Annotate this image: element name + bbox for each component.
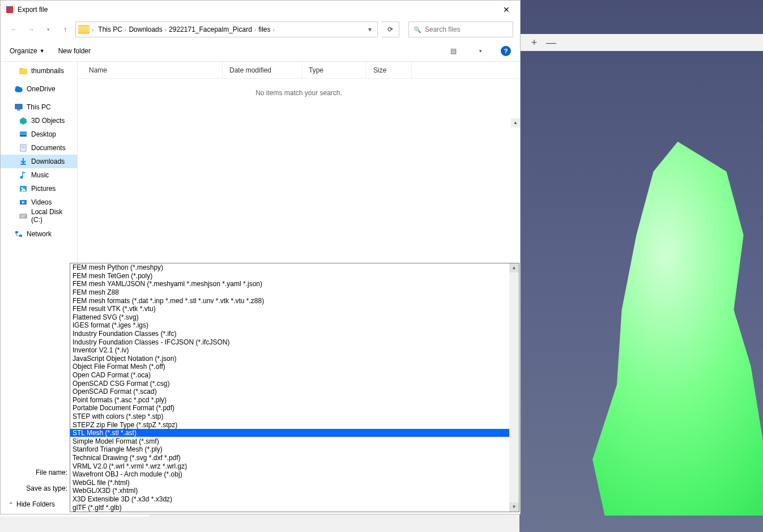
search-placeholder: Search files [425, 25, 461, 33]
refresh-button[interactable]: ⟳ [381, 22, 399, 37]
breadcrumb-2922171-facepalm-picard[interactable]: 2922171_Facepalm_Picard [167, 24, 254, 35]
tree-item-label: 3D Objects [31, 117, 65, 125]
file-type-option[interactable]: WebGL/X3D (*.xhtml) [70, 487, 509, 495]
file-type-option[interactable]: FEM mesh Z88 [70, 288, 509, 297]
file-type-option[interactable]: VRML V2.0 (*.wrl *.vrml *.wrz *.wrl.gz) [70, 462, 509, 470]
pic-icon [19, 184, 28, 193]
column-type[interactable]: Type [302, 62, 366, 78]
file-type-option[interactable]: FEM mesh Python (*.meshpy) [70, 263, 509, 272]
file-type-option[interactable]: IGES format (*.iges *.igs) [70, 321, 509, 330]
organize-button[interactable]: Organize ▼ [10, 47, 45, 55]
tree-item-label: This PC [27, 103, 51, 111]
chevron-down-icon: ▼ [40, 48, 45, 54]
file-type-option[interactable]: Technical Drawing (*.svg *.dxf *.pdf) [70, 454, 509, 462]
tree-item-downloads[interactable]: Downloads [1, 155, 77, 168]
tree-item-thumbnails[interactable]: thumbnails [1, 64, 77, 78]
tree-item-documents[interactable]: Documents [1, 141, 77, 155]
zoom-in-icon[interactable]: + [528, 37, 540, 48]
tree-item-label: Downloads [31, 158, 65, 165]
tree-item-music[interactable]: Music [1, 168, 77, 182]
column-size[interactable]: Size [366, 62, 412, 78]
3d-icon [19, 116, 28, 125]
tree-item-label: Network [27, 230, 52, 238]
file-type-option[interactable]: STEPZ zip File Type (*.stpZ *.stpz) [70, 420, 509, 429]
new-folder-button[interactable]: New folder [58, 47, 91, 55]
zoom-out-icon[interactable]: — [545, 37, 557, 48]
net-icon [14, 229, 23, 239]
file-type-option[interactable]: OpenSCAD CSG Format (*.csg) [70, 379, 509, 388]
file-type-option[interactable]: FEM mesh YAML/JSON (*.meshyaml *.meshjso… [70, 280, 509, 288]
tree-item-label: Videos [31, 198, 52, 206]
help-button[interactable]: ? [501, 46, 511, 56]
back-button[interactable]: ← [7, 23, 21, 36]
save-as-type-popup[interactable]: FEM mesh Python (*.meshpy)FEM mesh TetGe… [70, 263, 519, 512]
breadcrumb-files[interactable]: files [256, 24, 272, 35]
file-type-option[interactable]: JavaScript Object Notation (*.json) [70, 355, 509, 363]
app-icon [5, 5, 14, 14]
file-type-option[interactable]: X3D Extensible 3D (*.x3d *.x3dz) [70, 495, 509, 504]
tree-item-pictures[interactable]: Pictures [1, 182, 77, 195]
file-type-option[interactable]: Wavefront OBJ - Arch module (*.obj) [70, 470, 509, 479]
dl-icon [19, 157, 28, 166]
search-input[interactable]: 🔍 Search files [408, 22, 513, 37]
tree-item-3dobjects[interactable]: 3D Objects [1, 114, 77, 127]
file-type-option[interactable]: FEM mesh TetGen (*.poly) [70, 272, 509, 280]
address-dropdown[interactable]: ▾ [365, 25, 375, 33]
file-type-option[interactable]: OpenSCAD Format (*.scad) [70, 388, 509, 396]
tree-item-onedrive[interactable]: OneDrive [1, 82, 77, 96]
vid-icon [19, 198, 28, 207]
up-button[interactable]: ↑ [58, 23, 72, 36]
file-type-option[interactable]: FEM result VTK (*.vtk *.vtu) [70, 305, 509, 313]
scroll-up-button[interactable]: ▲ [509, 263, 519, 273]
scrollbar[interactable] [509, 263, 519, 512]
tree-item-videos[interactable]: Videos [1, 195, 77, 209]
address-bar[interactable]: › This PC›Downloads›2922171_Facepalm_Pic… [75, 22, 378, 37]
close-button[interactable]: ✕ [496, 2, 517, 18]
file-type-option[interactable]: Object File Format Mesh (*.off) [70, 363, 509, 371]
file-type-option[interactable]: FEM mesh formats (*.dat *.inp *.med *.st… [70, 296, 509, 305]
file-type-option[interactable]: Simple Model Format (*.smf) [70, 437, 509, 445]
tree-item-label: Pictures [31, 185, 56, 193]
file-type-option[interactable]: Stanford Triangle Mesh (*.ply) [70, 445, 509, 454]
tree-item-label: Music [31, 171, 49, 179]
file-type-option[interactable]: Industry Foundation Classes (*.ifc) [70, 330, 509, 338]
column-date[interactable]: Date modified [223, 62, 302, 78]
view-button[interactable]: ▤ [446, 44, 460, 58]
file-type-option[interactable]: Flattened SVG (*.svg) [70, 313, 509, 322]
tree-item-network[interactable]: Network [1, 227, 77, 241]
tree-item-thispc[interactable]: This PC [1, 100, 77, 114]
svg-point-18 [22, 188, 23, 189]
save-as-type-label: Save as type: [6, 484, 70, 492]
recent-dropdown[interactable]: ▾ [41, 23, 55, 36]
tree-item-desktop[interactable]: Desktop [1, 127, 77, 141]
disk-icon [19, 211, 28, 220]
viewport-3d[interactable] [519, 0, 763, 532]
chevron-right-icon[interactable]: › [92, 27, 93, 33]
file-type-option[interactable]: Inventor V2.1 (*.iv) [70, 346, 509, 355]
tree-scroll-up[interactable]: ▲ [511, 118, 520, 127]
breadcrumb-downloads[interactable]: Downloads [126, 24, 164, 35]
empty-message: No items match your search. [78, 79, 520, 107]
file-type-option[interactable]: STL Mesh (*.stl *.ast) [70, 429, 509, 437]
breadcrumb-this-pc[interactable]: This PC [96, 24, 125, 35]
svg-rect-24 [15, 231, 18, 233]
scroll-down-button[interactable]: ▼ [509, 503, 519, 512]
tree-item-localdisk[interactable]: Local Disk (C:) [1, 209, 77, 223]
view-dropdown[interactable]: ▾ [474, 44, 487, 58]
tree-item-label: Local Disk (C:) [31, 208, 74, 224]
forward-button[interactable]: → [24, 23, 38, 36]
folder-tree[interactable]: thumbnailsOneDriveThis PC3D ObjectsDeskt… [1, 62, 77, 461]
file-type-option[interactable]: STEP with colors (*.step *.stp) [70, 412, 509, 421]
chevron-right-icon[interactable]: › [273, 27, 275, 33]
file-type-option[interactable]: glTF (*.gltf *.glb) [70, 503, 509, 512]
file-type-option[interactable]: Open CAD Format (*.oca) [70, 371, 509, 380]
tree-item-label: Desktop [31, 130, 56, 138]
file-type-option[interactable]: Portable Document Format (*.pdf) [70, 404, 509, 412]
column-name[interactable]: Name [78, 62, 223, 78]
svg-rect-7 [15, 104, 22, 109]
file-type-option[interactable]: Point formats (*.asc *.pcd *.ply) [70, 396, 509, 405]
svg-rect-11 [20, 135, 27, 137]
file-type-option[interactable]: Industry Foundation Classes - IFCJSON (*… [70, 338, 509, 346]
file-type-option[interactable]: WebGL file (*.html) [70, 478, 509, 487]
file-name-label: File name: [6, 469, 70, 476]
